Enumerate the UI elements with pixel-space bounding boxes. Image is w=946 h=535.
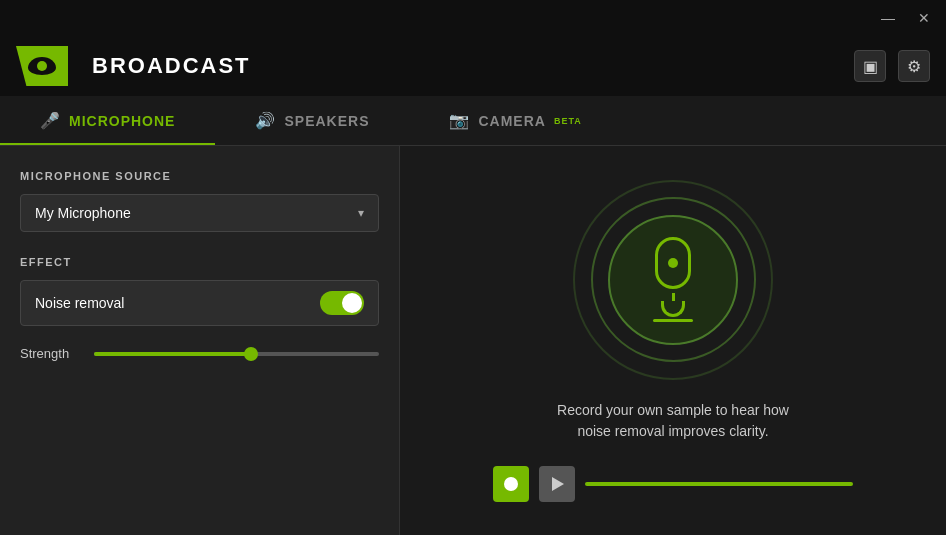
playback-progress[interactable] bbox=[585, 482, 853, 486]
logo-box bbox=[16, 46, 68, 86]
chevron-down-icon: ▾ bbox=[358, 206, 364, 220]
tab-microphone[interactable]: 🎤 MICROPHONE bbox=[0, 96, 215, 145]
minimize-button[interactable]: — bbox=[874, 4, 902, 32]
play-button[interactable] bbox=[539, 466, 575, 502]
left-panel: MICROPHONE SOURCE My Microphone ▾ EFFECT… bbox=[0, 146, 400, 535]
settings-button[interactable]: ⚙ bbox=[898, 50, 930, 82]
settings-icon: ⚙ bbox=[907, 57, 921, 76]
microphone-source-value: My Microphone bbox=[35, 205, 131, 221]
record-text-line2: noise removal improves clarity. bbox=[577, 423, 768, 439]
beta-badge: BETA bbox=[554, 116, 582, 126]
record-controls bbox=[493, 466, 853, 502]
right-panel: Record your own sample to hear how noise… bbox=[400, 146, 946, 535]
mic-visualization bbox=[573, 180, 773, 380]
toggle-knob bbox=[342, 293, 362, 313]
header: BROADCAST ▣ ⚙ bbox=[0, 36, 946, 96]
nvidia-logo bbox=[16, 46, 68, 86]
tabs: 🎤 MICROPHONE 🔊 SPEAKERS 📷 CAMERA BETA bbox=[0, 96, 946, 146]
slider-thumb[interactable] bbox=[244, 347, 258, 361]
effect-section-label: EFFECT bbox=[20, 256, 379, 268]
mic-stand bbox=[661, 301, 685, 317]
titlebar: — ✕ bbox=[0, 0, 946, 36]
slider-fill bbox=[94, 352, 251, 356]
speakers-tab-label: SPEAKERS bbox=[284, 113, 369, 129]
tab-camera[interactable]: 📷 CAMERA BETA bbox=[409, 96, 621, 145]
effect-toggle[interactable] bbox=[320, 291, 364, 315]
header-actions: ▣ ⚙ bbox=[854, 50, 930, 82]
strength-slider[interactable] bbox=[94, 352, 379, 356]
mic-stem bbox=[672, 293, 675, 301]
feedback-icon: ▣ bbox=[863, 57, 878, 76]
strength-slider-row: Strength bbox=[20, 346, 379, 361]
microphone-tab-icon: 🎤 bbox=[40, 111, 61, 130]
feedback-button[interactable]: ▣ bbox=[854, 50, 886, 82]
effect-value-label: Noise removal bbox=[35, 295, 310, 311]
record-dot-icon bbox=[504, 477, 518, 491]
tab-speakers[interactable]: 🔊 SPEAKERS bbox=[215, 96, 409, 145]
effect-row: Noise removal bbox=[20, 280, 379, 326]
main-content: MICROPHONE SOURCE My Microphone ▾ EFFECT… bbox=[0, 146, 946, 535]
microphone-tab-label: MICROPHONE bbox=[69, 113, 175, 129]
app-title: BROADCAST bbox=[92, 53, 251, 79]
play-icon bbox=[552, 477, 564, 491]
camera-tab-icon: 📷 bbox=[449, 111, 470, 130]
mic-body bbox=[655, 237, 691, 289]
close-button[interactable]: ✕ bbox=[910, 4, 938, 32]
camera-tab-label: CAMERA bbox=[478, 113, 545, 129]
record-text-line1: Record your own sample to hear how bbox=[557, 402, 789, 418]
record-button[interactable] bbox=[493, 466, 529, 502]
record-description: Record your own sample to hear how noise… bbox=[557, 400, 789, 442]
microphone-source-select[interactable]: My Microphone ▾ bbox=[20, 194, 379, 232]
nvidia-eye-icon bbox=[28, 57, 56, 75]
strength-label: Strength bbox=[20, 346, 80, 361]
speakers-tab-icon: 🔊 bbox=[255, 111, 276, 130]
source-section-label: MICROPHONE SOURCE bbox=[20, 170, 379, 182]
mic-base bbox=[653, 319, 693, 322]
mic-icon bbox=[653, 237, 693, 322]
